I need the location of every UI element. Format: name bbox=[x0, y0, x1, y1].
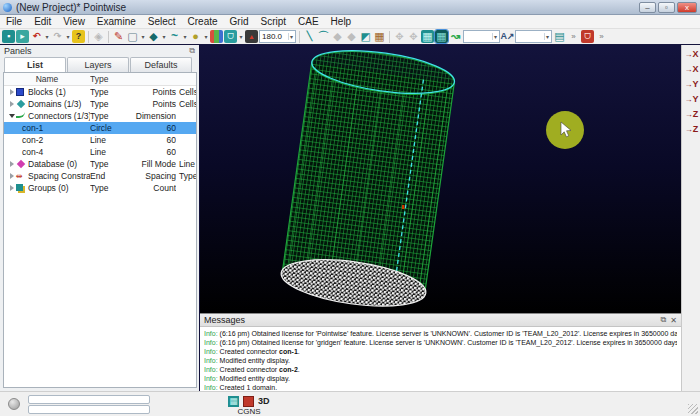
assemble-block-icon[interactable] bbox=[373, 30, 386, 43]
grab-disabled-icon[interactable] bbox=[407, 30, 420, 43]
curve-dropdown-icon[interactable]: ▾ bbox=[182, 33, 188, 40]
mesh-type-icon[interactable]: ▦ bbox=[228, 396, 239, 407]
dimension-label: 3D bbox=[258, 396, 270, 406]
tree-row-spacing-constraints[interactable]: ⇹Spacing Constrai... End Spacing Type bbox=[4, 170, 196, 182]
paintbrush-icon[interactable] bbox=[112, 30, 125, 43]
rotate-point-icon[interactable] bbox=[245, 30, 258, 43]
expander-icon[interactable] bbox=[8, 185, 16, 191]
column-name[interactable]: Name bbox=[4, 74, 90, 84]
dimension-combo[interactable]: ▾ bbox=[515, 30, 552, 43]
tree-row-blocks[interactable]: Blocks (1) Type Points Cells bbox=[4, 86, 196, 98]
messages-float-icon[interactable]: ⧉ bbox=[661, 315, 667, 325]
diamond-disabled-icon[interactable] bbox=[331, 30, 344, 43]
connector-curve-icon[interactable] bbox=[168, 30, 181, 43]
menu-view[interactable]: View bbox=[57, 15, 91, 29]
menu-help[interactable]: Help bbox=[325, 15, 358, 29]
panel-float-icon[interactable]: ⧉ bbox=[189, 46, 195, 56]
sphere-icon[interactable] bbox=[189, 30, 202, 43]
log-line: Info: Created connector con-2. bbox=[204, 365, 677, 374]
draw-curve-icon[interactable] bbox=[317, 30, 330, 43]
sphere-dropdown-icon[interactable]: ▾ bbox=[203, 33, 209, 40]
display-style-icon[interactable] bbox=[210, 30, 223, 43]
view-minus-x-button[interactable]: X bbox=[683, 62, 700, 76]
menu-examine[interactable]: Examine bbox=[91, 15, 142, 29]
unstructured-mesh-icon[interactable] bbox=[435, 30, 448, 43]
close-button[interactable]: x bbox=[677, 2, 697, 13]
connector-green-icon[interactable] bbox=[449, 30, 462, 43]
messages-close-icon[interactable]: ✕ bbox=[670, 316, 677, 325]
structured-mesh-icon[interactable] bbox=[421, 30, 434, 43]
expander-icon[interactable] bbox=[8, 173, 16, 179]
expander-icon[interactable] bbox=[8, 101, 16, 107]
diamond-icon[interactable] bbox=[147, 30, 160, 43]
view-plus-y-button[interactable]: Y bbox=[683, 77, 700, 91]
messages-log[interactable]: Info: (6:16 pm) Obtained license for 'Po… bbox=[200, 327, 681, 394]
toolbar-separator bbox=[389, 31, 390, 43]
column-type[interactable]: Type bbox=[90, 74, 126, 84]
menu-cae[interactable]: CAE bbox=[292, 15, 325, 29]
menu-file[interactable]: File bbox=[0, 15, 28, 29]
status-field-2[interactable] bbox=[28, 405, 150, 414]
assemble-domain-icon[interactable] bbox=[359, 30, 372, 43]
origin-marker bbox=[402, 205, 405, 209]
tree-row-con-2[interactable]: con-2 Line 60 bbox=[4, 134, 196, 146]
expander-icon[interactable] bbox=[8, 161, 16, 167]
undo-icon[interactable] bbox=[30, 30, 43, 43]
diamond-disabled-icon[interactable] bbox=[345, 30, 358, 43]
overflow-chevron-icon[interactable] bbox=[595, 30, 608, 43]
tree-row-domains[interactable]: Domains (1/3) Type Points Cells bbox=[4, 98, 196, 110]
tree-row-database[interactable]: Database (0) Type Fill Mode Line ... bbox=[4, 158, 196, 170]
help-icon[interactable] bbox=[72, 30, 85, 43]
mask-red-icon[interactable] bbox=[581, 30, 594, 43]
open-icon[interactable] bbox=[16, 30, 29, 43]
redo-dropdown-icon[interactable]: ▾ bbox=[65, 33, 71, 40]
view-plus-z-button[interactable]: Z bbox=[683, 107, 700, 121]
tree-row-con-4[interactable]: con-4 Line 60 bbox=[4, 146, 196, 158]
main-toolbar: ▾ ▾ ▾ ▾ ▾ ▾ ▾ 180.0▾ ▾ ▾ bbox=[0, 29, 700, 45]
undo-dropdown-icon[interactable]: ▾ bbox=[44, 33, 50, 40]
expander-icon[interactable] bbox=[8, 89, 16, 95]
grab-disabled-icon[interactable] bbox=[393, 30, 406, 43]
connector-combo[interactable]: ▾ bbox=[463, 30, 500, 43]
resize-grip[interactable] bbox=[688, 404, 698, 414]
redo-icon[interactable] bbox=[51, 30, 64, 43]
layers-stack-icon[interactable] bbox=[553, 30, 566, 43]
cube-outline-icon[interactable] bbox=[126, 30, 139, 43]
overflow-chevron-icon[interactable] bbox=[567, 30, 580, 43]
messages-title: Messages bbox=[204, 315, 245, 325]
tree-row-connectors[interactable]: Connectors (1/3) Type Dimension bbox=[4, 110, 196, 122]
menu-select[interactable]: Select bbox=[142, 15, 182, 29]
menu-create[interactable]: Create bbox=[182, 15, 224, 29]
menu-edit[interactable]: Edit bbox=[28, 15, 57, 29]
minimize-button[interactable]: – bbox=[639, 2, 656, 13]
mask-dropdown-icon[interactable]: ▾ bbox=[238, 33, 244, 40]
tree-row-groups[interactable]: Groups (0) Type Count bbox=[4, 182, 196, 194]
tab-defaults[interactable]: Defaults bbox=[130, 57, 192, 72]
menu-script[interactable]: Script bbox=[254, 15, 292, 29]
block-cube-icon bbox=[16, 88, 26, 97]
title-bar[interactable]: (New Project)* Pointwise – ▫ x bbox=[0, 0, 700, 15]
light-icon[interactable] bbox=[92, 30, 105, 43]
maximize-button[interactable]: ▫ bbox=[658, 2, 675, 13]
expander-icon[interactable] bbox=[8, 114, 16, 118]
tab-layers[interactable]: Layers bbox=[67, 57, 129, 72]
cube-dropdown-icon[interactable]: ▾ bbox=[140, 33, 146, 40]
view-minus-y-button[interactable]: Y bbox=[683, 92, 700, 106]
log-line: Info: (6:16 pm) Obtained license for 'gr… bbox=[204, 338, 677, 347]
two-point-line-icon[interactable] bbox=[303, 30, 316, 43]
menu-grid[interactable]: Grid bbox=[224, 15, 255, 29]
view-plus-x-button[interactable]: X bbox=[683, 47, 700, 61]
angle-combo[interactable]: 180.0▾ bbox=[259, 30, 296, 43]
save-icon[interactable] bbox=[2, 30, 15, 43]
display-viewport[interactable] bbox=[200, 45, 681, 313]
view-minus-z-button[interactable]: Z bbox=[683, 122, 700, 136]
diamond-dropdown-icon[interactable]: ▾ bbox=[161, 33, 167, 40]
dimension-icon[interactable] bbox=[501, 30, 514, 43]
status-field-1[interactable] bbox=[28, 395, 150, 404]
spacing-constraint-icon: ⇹ bbox=[16, 172, 26, 181]
cylinder-mesh-scene bbox=[200, 45, 681, 313]
tab-list[interactable]: List bbox=[4, 57, 66, 72]
solver-cube-icon[interactable] bbox=[243, 396, 254, 407]
mask-icon[interactable] bbox=[224, 30, 237, 43]
tree-row-con-1[interactable]: con-1 Circle 60 bbox=[4, 122, 196, 134]
